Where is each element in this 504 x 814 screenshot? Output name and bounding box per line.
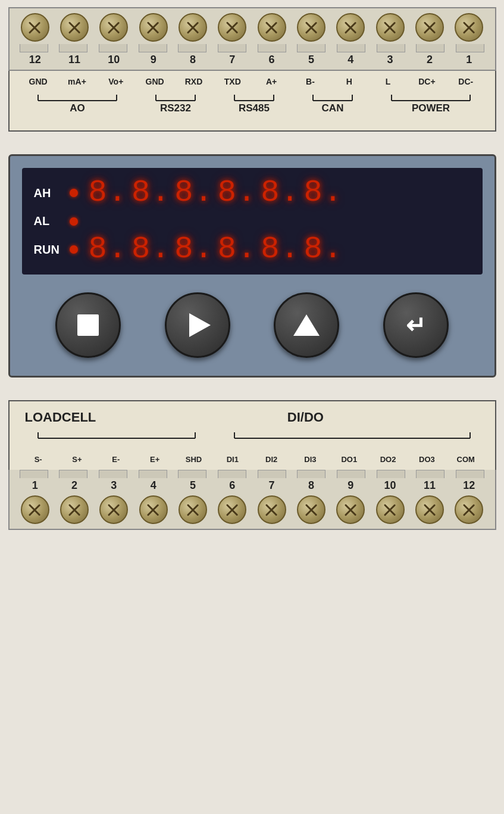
run-display: 8. 8. 8. 8. 8. 8. — [89, 234, 471, 265]
ah-led — [70, 189, 78, 197]
bterm-num-7: 7 — [258, 479, 286, 492]
term-num-1: 1 — [455, 54, 483, 66]
seg-run-5: 8. — [261, 234, 300, 265]
bscrew-6 — [218, 495, 246, 524]
up-button[interactable] — [274, 292, 339, 358]
bottom-terminal: 1 2 3 4 5 6 7 8 9 10 11 12 — [8, 470, 496, 530]
top-terminal: 12 11 10 9 8 7 6 5 4 3 2 1 — [8, 7, 496, 71]
pin-s-plus: S+ — [62, 455, 91, 464]
term-num-9: 9 — [139, 54, 168, 66]
enter-button[interactable]: ↵ — [383, 292, 449, 358]
seg-ah-3: 8. — [174, 177, 214, 208]
screw-8 — [179, 13, 207, 42]
seg-run-4: 8. — [218, 234, 257, 265]
stop-button[interactable] — [55, 292, 121, 358]
seg-run-3: 8. — [174, 234, 214, 265]
up-icon — [293, 314, 320, 336]
bscrew-10 — [376, 495, 405, 524]
device-panel: AH 8. 8. 8. 8. 8. 8. AL RUN 8. 8. 8. — [8, 154, 496, 378]
top-connector-panel: GND mA+ Vo+ GND RXD TXD A+ B- H L DC+ DC… — [8, 71, 496, 132]
pin-do1: DO1 — [335, 455, 364, 464]
screw-11 — [60, 13, 89, 42]
pin-di3: DI3 — [296, 455, 324, 464]
term-num-7: 7 — [218, 54, 246, 66]
pin-di2: DI2 — [257, 455, 286, 464]
term-num-4: 4 — [336, 54, 365, 66]
bterm-num-12: 12 — [455, 479, 483, 492]
pin-e-plus: E+ — [140, 455, 169, 464]
pin-shd: SHD — [179, 455, 208, 464]
bottom-connector-panel: LOADCELL DI/DO S- S+ E- E+ SHD DI1 DI2 D… — [8, 400, 496, 470]
rs485-label: RS485 — [239, 102, 270, 114]
bterm-num-4: 4 — [139, 479, 168, 492]
term-num-3: 3 — [376, 54, 405, 66]
display-row-al: AL — [34, 214, 471, 228]
seg-ah-4: 8. — [218, 177, 257, 208]
button-row: ↵ — [22, 286, 483, 364]
bscrew-12 — [455, 495, 483, 524]
seg-ah-6: 8. — [304, 177, 343, 208]
al-label: AL — [34, 214, 64, 228]
pin-com: COM — [452, 455, 480, 464]
bterm-num-2: 2 — [60, 479, 89, 492]
pin-label-ma: mA+ — [62, 77, 91, 86]
pin-label-l: L — [374, 77, 402, 86]
bterm-num-3: 3 — [99, 479, 128, 492]
play-button[interactable] — [165, 292, 230, 358]
run-led — [70, 245, 78, 254]
pin-label-rxd: RXD — [179, 77, 208, 86]
screw-9 — [139, 13, 168, 42]
seg-ah-2: 8. — [132, 177, 171, 208]
seg-ah-1: 8. — [89, 177, 128, 208]
run-label: RUN — [34, 243, 64, 257]
rs232-label: RS232 — [160, 102, 191, 114]
al-led — [70, 217, 78, 226]
top-screw-row — [10, 11, 495, 44]
bterm-num-8: 8 — [297, 479, 325, 492]
term-num-8: 8 — [179, 54, 207, 66]
ah-display: 8. 8. 8. 8. 8. 8. — [89, 177, 471, 208]
pin-label-dcplus: DC+ — [412, 77, 441, 86]
bscrew-1 — [21, 495, 49, 524]
bterm-num-6: 6 — [218, 479, 246, 492]
connector-braces-svg: AO RS232 RS485 CAN POWER — [19, 90, 488, 120]
term-num-10: 10 — [99, 54, 128, 66]
screw-6 — [258, 13, 286, 42]
bottom-screw-row — [10, 493, 495, 526]
bscrew-8 — [297, 495, 325, 524]
power-label: POWER — [411, 102, 449, 114]
bscrew-3 — [99, 495, 128, 524]
screw-2 — [415, 13, 444, 42]
enter-icon: ↵ — [406, 311, 426, 339]
play-icon — [189, 313, 211, 337]
can-label: CAN — [321, 102, 343, 114]
screw-3 — [376, 13, 405, 42]
term-num-2: 2 — [415, 54, 444, 66]
bterm-num-1: 1 — [21, 479, 49, 492]
pin-label-gnd2: GND — [140, 77, 169, 86]
pin-label-a: A+ — [257, 77, 286, 86]
pin-label-vo: Vo+ — [102, 77, 130, 86]
bterm-num-5: 5 — [179, 479, 207, 492]
screw-10 — [99, 13, 128, 42]
term-num-12: 12 — [21, 54, 49, 66]
screw-12 — [21, 13, 49, 42]
screw-1 — [455, 13, 483, 42]
pin-e-minus: E- — [102, 455, 130, 464]
seg-run-2: 8. — [132, 234, 171, 265]
pin-label-b: B- — [296, 77, 324, 86]
bscrew-4 — [139, 495, 168, 524]
ah-label: AH — [34, 186, 64, 200]
seg-ah-5: 8. — [261, 177, 300, 208]
bottom-braces-svg — [19, 428, 488, 451]
bscrew-2 — [60, 495, 89, 524]
pin-di1: DI1 — [218, 455, 247, 464]
pin-do3: DO3 — [412, 455, 441, 464]
pin-do2: DO2 — [374, 455, 402, 464]
bottom-number-row: 1 2 3 4 5 6 7 8 9 10 11 12 — [10, 478, 495, 493]
pin-label-gnd1: GND — [24, 77, 52, 86]
term-num-6: 6 — [258, 54, 286, 66]
display-screen: AH 8. 8. 8. 8. 8. 8. AL RUN 8. 8. 8. — [22, 168, 483, 275]
pin-label-h: H — [335, 77, 364, 86]
loadcell-title: LOADCELL — [25, 410, 96, 425]
